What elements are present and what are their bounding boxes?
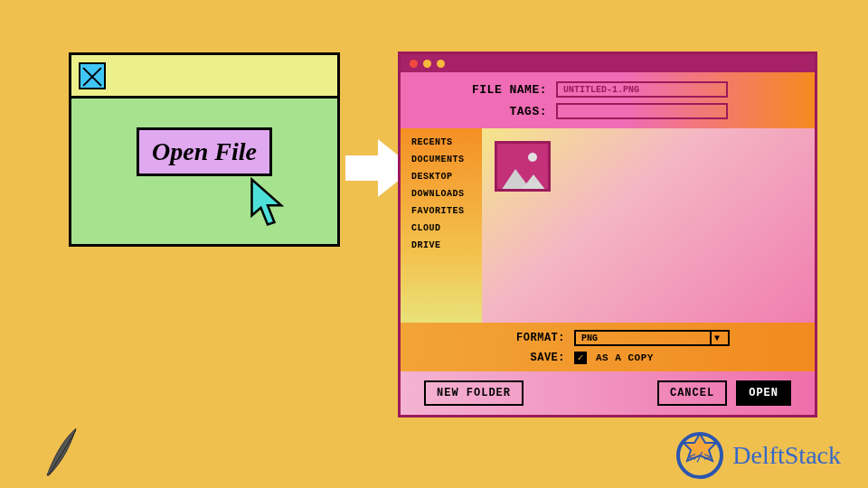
open-file-button[interactable]: Open File <box>137 127 272 176</box>
sidebar-item-favorites[interactable]: FAVORITES <box>411 206 482 216</box>
tags-input[interactable] <box>556 103 728 119</box>
sidebar-item-desktop[interactable]: DESKTOP <box>411 172 482 182</box>
save-copy-text: AS A COPY <box>596 352 654 363</box>
new-folder-button[interactable]: NEW FOLDER <box>424 380 524 406</box>
brand-text: DelftStack <box>732 441 841 470</box>
image-icon <box>528 153 537 162</box>
tags-label: TAGS: <box>467 105 547 118</box>
chevron-down-icon: ▼ <box>710 332 722 344</box>
source-body: Open File <box>71 99 337 244</box>
traffic-max-icon[interactable] <box>437 60 445 68</box>
dialog-header: FILE NAME: TAGS: <box>401 72 815 128</box>
open-button[interactable]: OPEN <box>736 380 791 406</box>
sidebar-item-documents[interactable]: DOCUMENTS <box>411 155 482 164</box>
save-label: SAVE: <box>513 352 565 364</box>
cancel-button[interactable]: CANCEL <box>657 380 727 406</box>
close-icon[interactable] <box>79 62 106 89</box>
file-thumbnail[interactable] <box>495 141 551 192</box>
file-dialog: FILE NAME: TAGS: RECENTS DOCUMENTS DESKT… <box>398 52 817 418</box>
format-select[interactable]: PNG ▼ <box>574 330 730 346</box>
sidebar-item-recents[interactable]: RECENTS <box>411 137 482 147</box>
sidebar-item-drive[interactable]: DRIVE <box>411 240 482 250</box>
brand-logo: </> DelftStack <box>675 430 841 481</box>
source-titlebar <box>71 55 337 99</box>
filename-input[interactable] <box>556 81 728 98</box>
sidebar-item-cloud[interactable]: CLOUD <box>411 223 482 233</box>
format-value: PNG <box>581 333 598 343</box>
sidebar: RECENTS DOCUMENTS DESKTOP DOWNLOADS FAVO… <box>401 128 482 323</box>
traffic-min-icon[interactable] <box>423 60 431 68</box>
dialog-body: RECENTS DOCUMENTS DESKTOP DOWNLOADS FAVO… <box>401 128 815 323</box>
save-copy-checkbox[interactable]: ✓ <box>574 352 587 364</box>
logo-icon: </> <box>675 430 725 481</box>
dialog-options: FORMAT: PNG ▼ SAVE: ✓ AS A COPY <box>401 323 815 371</box>
source-window: Open File <box>69 52 340 247</box>
traffic-close-icon[interactable] <box>410 60 418 68</box>
file-grid <box>482 128 815 323</box>
dialog-footer: NEW FOLDER CANCEL OPEN <box>401 371 815 415</box>
sidebar-item-downloads[interactable]: DOWNLOADS <box>411 189 482 199</box>
filename-label: FILE NAME: <box>467 83 547 97</box>
dialog-titlebar <box>401 54 815 72</box>
svg-text:</>: </> <box>689 449 712 464</box>
format-label: FORMAT: <box>513 332 565 344</box>
feather-icon <box>40 425 83 479</box>
